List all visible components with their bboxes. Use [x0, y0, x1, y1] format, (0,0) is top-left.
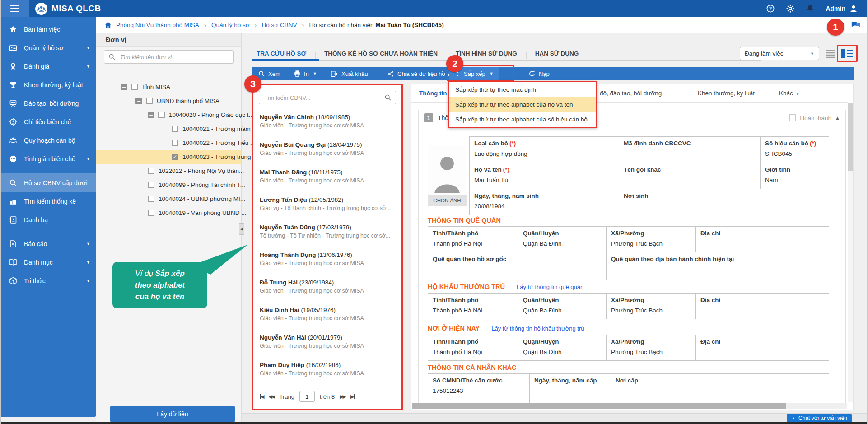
collapse-section-icon[interactable]: ▲ — [835, 115, 840, 121]
employee-list-item[interactable]: Lương Tấn Diệu (12/05/1982)Giáo vụ - Tổ … — [253, 192, 401, 220]
tab-han-su-dung[interactable]: HẠN SỬ DỤNG — [526, 47, 588, 61]
sidebar-item-dashboard[interactable]: Bàn làm việc — [1, 20, 96, 38]
record-tab-rewards[interactable]: Khen thưởng, kỷ luật — [698, 84, 755, 103]
field-ma-dinh-danh[interactable]: Mã định danh CBCCVC — [619, 137, 761, 163]
print-button[interactable]: In▼ — [288, 67, 322, 80]
sidebar-item-personnel-planning[interactable]: Quy hoạch cán bộ — [1, 131, 96, 149]
sidebar-item-record-management[interactable]: Quản lý hồ sơ▼ — [1, 38, 96, 57]
employee-list-item[interactable]: Phạm Duy Hiệp (16/02/1986)Giáo viên - Tr… — [253, 358, 401, 385]
node-checkbox[interactable] — [146, 98, 153, 104]
vertical-scrollbar-thumb[interactable] — [848, 103, 853, 171]
tab-thong-ke[interactable]: THỐNG KÊ HỒ SƠ CHƯA HOÀN THIỆN — [315, 47, 447, 61]
node-checkbox-checked[interactable]: ✓ — [172, 154, 178, 160]
sidebar-item-training[interactable]: Đào tạo, bồi dưỡng — [1, 94, 96, 112]
help-icon[interactable]: ? — [766, 4, 775, 13]
node-checkbox[interactable] — [172, 126, 178, 132]
field-qq-current[interactable]: Quê quán theo địa bàn hành chính hiện tạ… — [607, 252, 829, 280]
sidebar-item-staff-reduction[interactable]: Tinh giản biên chế▼ — [1, 149, 96, 168]
tree-node[interactable]: 10040019 - Văn phòng UBND ... — [96, 206, 241, 220]
field-qq-district[interactable]: Quận/HuyệnQuận Ba Đình — [518, 227, 607, 252]
reload-button[interactable]: Nạp — [523, 67, 555, 80]
sort-option-by-name[interactable]: Sắp xếp thứ tự theo alphabet của họ và t… — [449, 97, 596, 112]
sidebar-item-statistics-search[interactable]: Tìm kiếm thống kê — [1, 192, 96, 210]
field-qq-address[interactable]: Địa chỉ — [696, 227, 829, 252]
sidebar-item-categories[interactable]: Danh mục▼ — [1, 253, 96, 271]
page-number-input[interactable] — [299, 391, 315, 402]
field-qq-city[interactable]: Tỉnh/Thành phốThành phố Hà Nội — [428, 227, 518, 252]
node-checkbox[interactable] — [172, 140, 178, 146]
sidebar-item-reports[interactable]: Báo cáo▼ — [1, 234, 96, 253]
status-filter-select[interactable]: Đang làm việc ▼ — [740, 47, 819, 60]
org-search-input[interactable] — [119, 53, 229, 61]
employee-list-item[interactable]: Hoàng Thành Dụng (13/06/1976)Giáo viên -… — [253, 247, 401, 275]
field-hk-city[interactable]: Tỉnh/Thành phốThành phố Hà Nội — [428, 294, 518, 319]
field-qq-origin[interactable]: Quê quán theo hồ sơ gốc — [428, 252, 607, 280]
field-ho-ten[interactable]: Họ và tên(*)Mai Tuấn Tú — [470, 163, 619, 189]
first-page-button[interactable]: ◀ — [260, 394, 263, 400]
employee-list-item[interactable]: Nguyễn Văn Chinh (18/09/1985)Giáo viên -… — [253, 110, 401, 137]
sidebar-item-staffing-targets[interactable]: Chỉ tiêu biên chế — [1, 112, 96, 131]
tree-node[interactable]: 10040022 - Trường Tiểu ... — [96, 136, 241, 150]
sidebar-item-subordinate-records[interactable]: Hồ sơ CBNV cấp dưới — [1, 173, 96, 192]
panel-collapse-handle[interactable]: ◀ — [239, 223, 244, 235]
tree-node[interactable]: 10040099 - Phòng Tài chính T... — [96, 178, 241, 192]
node-checkbox[interactable] — [148, 210, 154, 216]
gear-icon[interactable] — [786, 4, 795, 13]
home-icon[interactable] — [104, 21, 112, 29]
employee-search-input[interactable] — [263, 94, 381, 102]
field-no-address[interactable]: Địa chỉ — [696, 335, 829, 361]
detail-view-toggle-icon[interactable] — [840, 48, 854, 59]
record-tab-other[interactable]: Khác∨ — [779, 84, 799, 103]
employee-list-item[interactable]: Nguyễn Bùi Quang Đại (18/04/1975)Giáo vi… — [253, 137, 401, 165]
sort-option-by-id[interactable]: Sắp xếp thứ tự theo alphabet của số hiệu… — [449, 112, 596, 127]
tree-node[interactable]: –Tỉnh MISA — [96, 80, 241, 94]
last-page-button[interactable]: ▶ — [350, 394, 354, 400]
field-ngay-sinh[interactable]: Ngày, tháng, năm sinh20/08/1984 — [470, 189, 619, 215]
field-ngay-cap[interactable]: Ngày, tháng, năm cấp — [530, 374, 611, 399]
bell-icon[interactable] — [806, 4, 815, 13]
choose-photo-button[interactable]: CHỌN ẢNH — [428, 195, 467, 206]
tree-node[interactable]: 1022012 - Phòng Nội Vụ thàn... — [96, 164, 241, 178]
sidebar-item-evaluation[interactable]: Đánh giá▼ — [1, 57, 96, 75]
copy-from-que-quan-link[interactable]: Lấy từ thông tin quê quán — [517, 284, 583, 290]
breadcrumb-item-records[interactable]: Quản lý hồ sơ — [211, 22, 250, 28]
field-hk-district[interactable]: Quận/HuyệnQuận Ba Đình — [518, 294, 607, 319]
field-noi-sinh[interactable]: Nơi sinh — [619, 189, 829, 215]
field-noi-cap[interactable]: Nơi cấp — [611, 374, 829, 399]
feedback-chat-icon[interactable] — [851, 21, 861, 29]
list-view-toggle-icon[interactable] — [825, 49, 835, 58]
employee-list-item[interactable]: Mai Thanh Đăng (18/11/1975)Giáo viên - T… — [253, 165, 401, 192]
field-gioi-tinh[interactable]: Giới tínhNam — [761, 163, 829, 189]
collapse-node-icon[interactable]: – — [135, 98, 142, 104]
field-hk-ward[interactable]: Xã/PhườngPhường Trúc Bạch — [607, 294, 696, 319]
tree-node-selected[interactable]: ✓10040023 - Trường trung ... — [96, 150, 241, 164]
node-checkbox[interactable] — [158, 112, 165, 118]
sidebar-item-directory[interactable]: Danh bạ — [1, 210, 96, 229]
sidebar-item-rewards[interactable]: Khen thưởng, kỷ luật — [1, 75, 96, 94]
hamburger-menu-icon[interactable] — [1, 0, 29, 17]
copy-from-ho-khau-link[interactable]: Lấy từ thông tin hộ khẩu thường trú — [491, 325, 584, 332]
employee-list-item[interactable]: Kiều Đình Hải (19/05/1976)Giáo viên - Tr… — [253, 303, 401, 330]
sidebar-item-knowledge[interactable]: Tri thức▼ — [1, 271, 96, 290]
field-ten-goi-khac[interactable]: Tên gọi khác — [619, 163, 761, 189]
tree-node[interactable]: –UBND thành phố MISA — [96, 94, 241, 108]
user-menu[interactable]: Admin — [826, 4, 858, 13]
breadcrumb-item-cbnv[interactable]: Hồ sơ CBNV — [262, 22, 297, 28]
sort-option-default[interactable]: Sắp xếp thứ tự theo mặc định — [449, 82, 596, 97]
employee-list-item[interactable]: Nguyễn Tuấn Dũng (17/03/1979)Tổ trưởng -… — [253, 220, 401, 247]
chat-support-button[interactable]: ▲ Chat với tư vấn viên — [787, 414, 852, 423]
tab-tra-cuu-ho-so[interactable]: TRA CỨU HỒ SƠ — [252, 47, 315, 61]
field-no-district[interactable]: Quận/HuyệnQuận Ba Đình — [518, 335, 607, 361]
field-qq-ward[interactable]: Xã/PhườngPhường Trúc Bạch — [607, 227, 696, 252]
tree-node[interactable]: 10040024 - UBND phường MI... — [96, 192, 241, 206]
node-checkbox[interactable] — [131, 84, 138, 90]
employee-list-item[interactable]: Nguyễn Văn Hải (20/01/1979)Giáo viên - T… — [253, 330, 401, 358]
field-no-ward[interactable]: Xã/PhườngPhường Trúc Bạch — [607, 335, 696, 361]
horizontal-scrollbar-thumb[interactable] — [412, 403, 786, 409]
tree-node[interactable]: 10040021 - Trường mầm ... — [96, 122, 241, 136]
field-so-hieu[interactable]: Số hiệu cán bộ(*)SHCB045 — [761, 137, 829, 163]
complete-checkbox[interactable] — [789, 114, 796, 121]
field-no-city[interactable]: Tỉnh/Thành phốThành phố Hà Nội — [428, 335, 518, 361]
collapse-node-icon[interactable]: – — [148, 112, 154, 118]
collapse-node-icon[interactable]: – — [121, 84, 127, 90]
